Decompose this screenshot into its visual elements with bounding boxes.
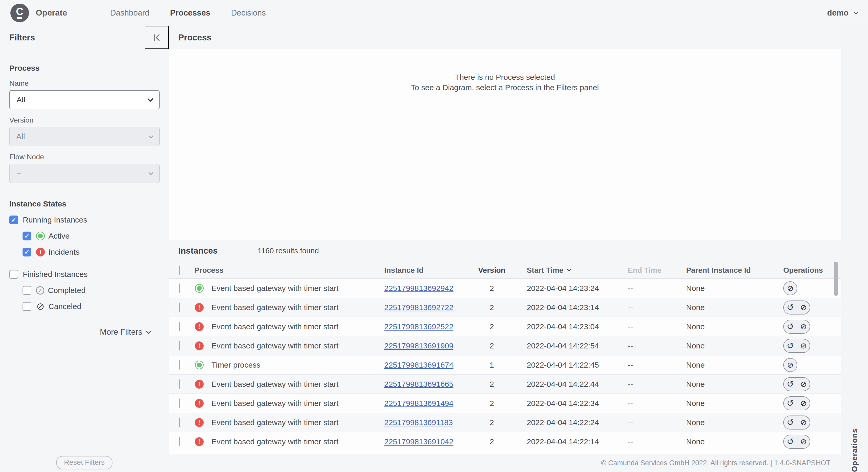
more-filters-button[interactable]: More Filters — [100, 327, 150, 337]
instance-id-link[interactable]: 2251799813692522 — [384, 322, 454, 331]
active-state-icon — [195, 284, 204, 293]
end-time-cell: -- — [628, 322, 686, 331]
cancel-operation-button[interactable]: ⊘ — [797, 397, 810, 410]
column-header-instance-id: Instance Id — [384, 266, 470, 275]
main-nav: Dashboard Processes Decisions — [110, 8, 266, 18]
incident-state-icon: ! — [195, 437, 204, 446]
nav-decisions[interactable]: Decisions — [231, 8, 266, 18]
instance-id-link[interactable]: 2251799813692942 — [384, 284, 454, 292]
start-time-cell: 2022-04-04 14:22:24 — [514, 418, 628, 427]
column-header-start-time[interactable]: Start Time — [514, 266, 628, 275]
process-panel-title: Process — [178, 33, 211, 42]
table-row: ! Event based gateway with timer start 2… — [169, 317, 841, 336]
cancel-operation-button[interactable]: ⊘ — [784, 282, 797, 295]
process-name-cell: Event based gateway with timer start — [211, 399, 384, 408]
instance-id-link[interactable]: 2251799813691183 — [384, 418, 453, 427]
more-filters-label: More Filters — [100, 327, 142, 337]
version-cell: 2 — [470, 341, 514, 350]
row-checkbox[interactable] — [179, 399, 180, 408]
row-checkbox[interactable] — [179, 360, 180, 370]
active-checkbox[interactable]: ✓ — [23, 231, 31, 241]
version-cell: 2 — [470, 380, 514, 388]
select-all-checkbox[interactable] — [179, 265, 180, 275]
instance-id-link[interactable]: 2251799813691042 — [384, 437, 454, 446]
table-scrollbar[interactable] — [834, 262, 838, 296]
active-row[interactable]: ✓ Active — [23, 231, 159, 241]
process-name-cell: Timer process — [211, 360, 384, 370]
parent-instance-id-cell: None — [686, 399, 783, 408]
parent-instance-id-cell: None — [686, 360, 783, 370]
cancel-operation-button[interactable]: ⊘ — [797, 339, 810, 352]
row-checkbox[interactable] — [179, 437, 180, 446]
retry-operation-button[interactable]: ↺ — [784, 416, 797, 429]
camunda-logo-icon[interactable]: C — [10, 4, 29, 22]
instance-id-link[interactable]: 2251799813691665 — [384, 380, 454, 388]
user-menu[interactable]: demo — [827, 8, 858, 18]
canceled-checkbox[interactable] — [23, 302, 31, 311]
completed-checkbox[interactable] — [23, 286, 31, 295]
filters-footer: Reset Filters — [0, 453, 169, 472]
retry-operation-button[interactable]: ↺ — [784, 339, 797, 352]
user-name: demo — [827, 8, 848, 18]
end-time-cell: -- — [628, 360, 686, 370]
finished-instances-checkbox[interactable] — [9, 270, 18, 279]
running-instances-row[interactable]: ✓ Running Instances — [9, 216, 159, 224]
canceled-state-icon: ⊘ — [36, 302, 45, 311]
instance-id-link[interactable]: 2251799813691909 — [384, 341, 454, 350]
operations-panel-toggle[interactable]: Operations — [850, 48, 859, 472]
process-name-select[interactable]: All — [9, 90, 160, 109]
name-field-label: Name — [9, 79, 159, 88]
retry-operation-button[interactable]: ↺ — [784, 378, 797, 391]
page-footer: © Camunda Services GmbH 2022. All rights… — [169, 454, 841, 472]
cancel-operation-button[interactable]: ⊘ — [797, 301, 810, 314]
running-instances-checkbox[interactable]: ✓ — [9, 216, 18, 224]
collapse-filters-button[interactable] — [145, 26, 169, 49]
collapse-left-icon — [152, 33, 161, 42]
end-time-cell: -- — [628, 380, 686, 388]
start-time-cell: 2022-04-04 14:22:45 — [514, 360, 628, 370]
row-checkbox[interactable] — [179, 303, 180, 312]
table-row: ! Event based gateway with timer start 2… — [169, 413, 841, 432]
instances-table-body: Event based gateway with timer start 225… — [169, 279, 841, 454]
cancel-operation-button[interactable]: ⊘ — [797, 435, 810, 448]
cancel-operation-button[interactable]: ⊘ — [784, 358, 797, 372]
incidents-checkbox[interactable]: ✓ — [23, 248, 31, 256]
row-checkbox[interactable] — [179, 322, 180, 331]
row-checkbox[interactable] — [179, 341, 180, 350]
nav-processes[interactable]: Processes — [170, 8, 210, 18]
operations-button-group: ↺⊘ — [783, 320, 810, 334]
chevron-down-icon — [149, 133, 153, 138]
instance-states-title: Instance States — [9, 199, 159, 208]
diagram-empty-state: There is no Process selected To see a Di… — [169, 49, 841, 240]
instance-id-link[interactable]: 2251799813691674 — [384, 360, 454, 369]
retry-operation-button[interactable]: ↺ — [784, 397, 797, 410]
reset-filters-button[interactable]: Reset Filters — [56, 456, 113, 469]
instance-id-link[interactable]: 2251799813691494 — [384, 399, 454, 408]
version-cell: 1 — [470, 360, 514, 370]
instance-id-link[interactable]: 2251799813692722 — [384, 303, 454, 312]
retry-operation-button[interactable]: ↺ — [784, 320, 797, 333]
operations-button-group: ↺⊘ — [783, 377, 810, 391]
row-checkbox[interactable] — [179, 418, 180, 427]
operations-collapsed-panel: Operations — [841, 26, 868, 472]
retry-operation-button[interactable]: ↺ — [784, 435, 797, 448]
incident-state-icon: ! — [195, 341, 204, 350]
incident-state-icon: ! — [195, 322, 204, 331]
canceled-row[interactable]: ⊘ Canceled — [23, 302, 159, 311]
row-checkbox[interactable] — [179, 379, 180, 389]
end-time-cell: -- — [628, 418, 686, 427]
cancel-operation-button[interactable]: ⊘ — [797, 416, 810, 429]
cancel-operation-button[interactable]: ⊘ — [797, 320, 810, 333]
completed-row[interactable]: ✓ Completed — [23, 286, 159, 295]
row-checkbox[interactable] — [179, 283, 180, 293]
finished-instances-row[interactable]: Finished Instances — [9, 270, 159, 279]
table-row: ! Event based gateway with timer start 2… — [169, 394, 841, 413]
nav-dashboard[interactable]: Dashboard — [110, 8, 150, 18]
cancel-operation-button[interactable]: ⊘ — [797, 378, 810, 391]
process-name-cell: Event based gateway with timer start — [211, 380, 384, 388]
table-row: Timer process 2251799813691674 1 2022-04… — [169, 355, 841, 375]
instances-panel: Instances 1160 results found Process Ins… — [169, 240, 841, 454]
incidents-row[interactable]: ✓ ! Incidents — [23, 248, 159, 256]
operations-button-group: ⊘ — [783, 281, 797, 295]
retry-operation-button[interactable]: ↺ — [784, 301, 797, 314]
